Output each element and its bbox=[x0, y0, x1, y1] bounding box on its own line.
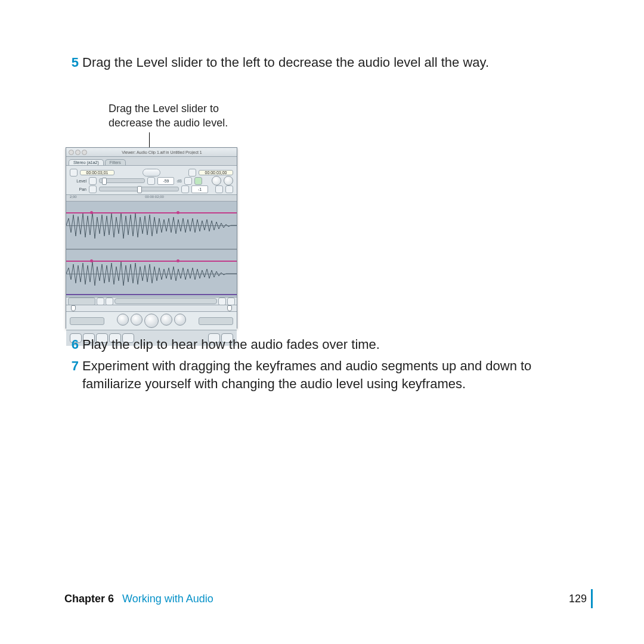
pan-keyframe-nav-button[interactable] bbox=[215, 185, 223, 193]
step-5: 5 Drag the Level slider to the left to d… bbox=[64, 54, 590, 72]
keyframe-icon[interactable] bbox=[90, 211, 93, 214]
pan-slider[interactable] bbox=[99, 187, 179, 191]
pan-add-keyframe-button[interactable] bbox=[225, 185, 233, 193]
step-6: 6 Play the clip to hear how the audio fa… bbox=[64, 336, 590, 354]
play-button[interactable] bbox=[144, 314, 159, 328]
timecode-current[interactable]: 00:00:03;01 bbox=[80, 170, 114, 175]
waveform-track-right[interactable] bbox=[66, 249, 237, 297]
keyframe-icon[interactable] bbox=[177, 211, 179, 214]
screenshot-figure: Viewer: Audio Clip 1.aif in Untitled Pro… bbox=[66, 147, 590, 329]
keyframe-icon[interactable] bbox=[90, 259, 93, 262]
pan-envelope-line[interactable] bbox=[66, 294, 237, 297]
step-text: Experiment with dragging the keyframes a… bbox=[82, 357, 590, 393]
level-prev-keyframe-button[interactable] bbox=[89, 177, 97, 185]
ruler-mark bbox=[232, 195, 233, 201]
level-unit-label: dB bbox=[177, 179, 182, 183]
level-next-keyframe-button[interactable] bbox=[147, 177, 155, 185]
controls-panel: 00:00:03;01 00:00:03;00 Level -59 dB bbox=[66, 166, 237, 195]
in-point-icon[interactable] bbox=[71, 305, 76, 311]
reset-button-icon[interactable] bbox=[212, 176, 221, 185]
level-label: Level bbox=[70, 179, 86, 183]
step-text: Drag the Level slider to the left to dec… bbox=[82, 54, 590, 72]
horizontal-scrollbar[interactable] bbox=[114, 298, 217, 304]
pan-label: Pan bbox=[70, 187, 86, 191]
jog-wheel[interactable] bbox=[199, 317, 233, 325]
pan-slider-thumb[interactable] bbox=[137, 186, 142, 193]
timecode-mode-button[interactable] bbox=[70, 169, 78, 177]
keyframe-icon[interactable] bbox=[177, 259, 179, 262]
zoom-segmented-button[interactable] bbox=[143, 169, 160, 177]
level-slider[interactable] bbox=[99, 178, 145, 183]
drag-hand-icon[interactable] bbox=[224, 176, 233, 185]
post-steps: 6 Play the clip to hear how the audio fa… bbox=[64, 336, 590, 393]
level-value-field[interactable]: -59 bbox=[157, 177, 174, 185]
tab-stereo[interactable]: Stereo (a1a2) bbox=[69, 159, 104, 165]
step-back-button[interactable] bbox=[131, 314, 143, 326]
pan-next-keyframe-button[interactable] bbox=[181, 185, 189, 193]
document-page: 5 Drag the Level slider to the left to d… bbox=[0, 0, 644, 644]
level-slider-thumb[interactable] bbox=[102, 178, 107, 185]
scroll-right-button[interactable] bbox=[106, 298, 113, 305]
zoom-slider[interactable] bbox=[68, 298, 95, 305]
waveform-icon bbox=[66, 202, 237, 249]
zoom-icon[interactable] bbox=[82, 150, 87, 155]
shuttle-slider[interactable] bbox=[70, 317, 104, 325]
level-keyframe-nav-button[interactable] bbox=[184, 177, 192, 185]
go-end-button[interactable] bbox=[174, 314, 186, 326]
level-add-keyframe-button[interactable] bbox=[194, 177, 202, 185]
close-icon[interactable] bbox=[69, 150, 74, 155]
page-number: 129 bbox=[569, 593, 587, 605]
timeline-ruler[interactable]: 2;00 00:00:02;00 bbox=[66, 195, 237, 202]
out-point-icon[interactable] bbox=[227, 305, 232, 311]
step-number: 5 bbox=[64, 54, 79, 72]
callout-line: Drag the Level slider to bbox=[109, 101, 305, 116]
transport-bar bbox=[66, 312, 237, 330]
scroll-left-button[interactable] bbox=[97, 298, 104, 305]
step-forward-button[interactable] bbox=[160, 314, 172, 326]
ruler-mark: 2;00 bbox=[70, 195, 77, 201]
waveform-icon bbox=[66, 250, 237, 297]
chapter-title: Working with Audio bbox=[122, 593, 213, 605]
step-number: 7 bbox=[64, 357, 79, 393]
minimize-icon[interactable] bbox=[75, 150, 80, 155]
traffic-lights[interactable] bbox=[69, 150, 87, 155]
tab-strip: Stereo (a1a2) Filters bbox=[66, 157, 237, 166]
footer-rule-icon bbox=[591, 589, 593, 608]
ruler-mark: 00:00:02;00 bbox=[145, 195, 164, 201]
timecode-duration-button[interactable] bbox=[188, 169, 196, 177]
tab-filters[interactable]: Filters bbox=[105, 159, 126, 165]
scroll-end-right-button[interactable] bbox=[227, 298, 235, 305]
step-text: Play the clip to hear how the audio fade… bbox=[82, 336, 590, 354]
zoom-scroll-row bbox=[66, 298, 237, 305]
waveform-area[interactable] bbox=[66, 202, 237, 298]
marker-row[interactable] bbox=[66, 305, 237, 312]
scroll-end-left-button[interactable] bbox=[218, 298, 226, 305]
waveform-track-left[interactable] bbox=[66, 202, 237, 249]
callout: Drag the Level slider to decrease the au… bbox=[109, 101, 305, 147]
timecode-duration: 00:00:03;00 bbox=[199, 170, 233, 175]
pan-unit-spacer bbox=[210, 187, 213, 191]
go-start-button[interactable] bbox=[117, 314, 129, 326]
page-footer: Chapter 6 Working with Audio 129 bbox=[64, 592, 587, 606]
step-number: 6 bbox=[64, 336, 79, 354]
pan-value-field[interactable]: -1 bbox=[191, 185, 208, 193]
step-7: 7 Experiment with dragging the keyframes… bbox=[64, 357, 590, 393]
chapter-label: Chapter 6 bbox=[64, 593, 114, 605]
window-title: Viewer: Audio Clip 1.aif in Untitled Pro… bbox=[89, 150, 234, 154]
callout-leader-line bbox=[149, 132, 150, 147]
window-titlebar[interactable]: Viewer: Audio Clip 1.aif in Untitled Pro… bbox=[66, 148, 237, 157]
callout-line: decrease the audio level. bbox=[109, 116, 305, 130]
pan-prev-keyframe-button[interactable] bbox=[89, 185, 97, 193]
viewer-window: Viewer: Audio Clip 1.aif in Untitled Pro… bbox=[66, 147, 237, 329]
